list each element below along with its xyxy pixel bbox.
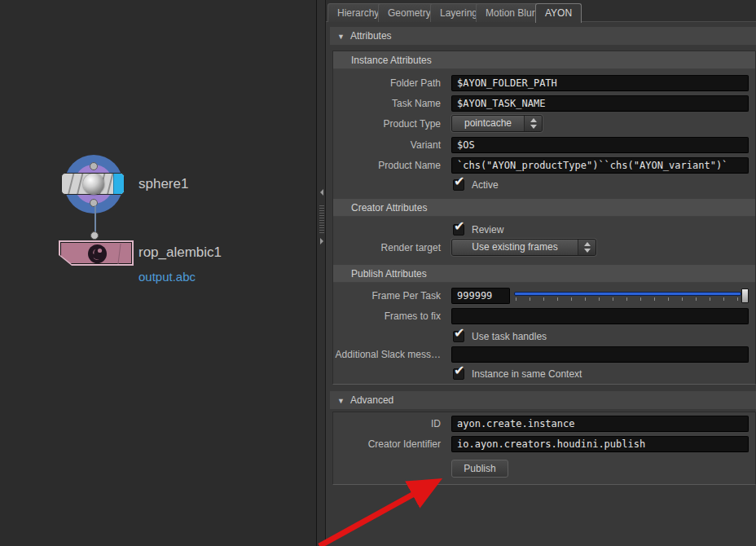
network-editor-pane[interactable]: sphere1 rop_alembic1 output.abc xyxy=(0,0,317,546)
rop-node-slash xyxy=(117,244,121,264)
rop-output-filename[interactable]: output.abc xyxy=(138,270,196,284)
id-label: ID xyxy=(333,416,441,432)
review-checkbox[interactable]: ✔ xyxy=(453,224,464,236)
node-connection-wire xyxy=(94,205,96,235)
instance-same-context-row[interactable]: ✔ Instance in same Context xyxy=(453,368,582,380)
tab-motion-blur[interactable]: Motion Blur xyxy=(476,3,545,22)
instance-same-context-label: Instance in same Context xyxy=(472,368,582,380)
rop-alembic-node-body xyxy=(60,242,132,264)
spinner-down-icon xyxy=(584,249,591,253)
attributes-section-header[interactable]: ▼Attributes xyxy=(330,27,756,45)
render-target-label: Render target xyxy=(333,240,441,256)
slider-track xyxy=(514,292,741,296)
creator-identifier-label: Creator Identifier xyxy=(333,436,441,452)
spinner-down-icon xyxy=(530,125,537,129)
review-checkbox-row[interactable]: ✔ Review xyxy=(453,223,503,236)
variant-input[interactable] xyxy=(451,137,749,153)
alembic-logo-icon xyxy=(87,244,108,264)
attributes-group-box: Instance Attributes Folder Path Task Nam… xyxy=(332,51,756,385)
publish-attributes-bar: Publish Attributes xyxy=(333,265,755,283)
sphere-output-connector[interactable] xyxy=(90,199,98,207)
advanced-group-box: ID Creator Identifier Publish xyxy=(332,412,756,485)
product-type-dropdown[interactable]: pointcache xyxy=(451,115,543,132)
dropdown-spinner-icon[interactable] xyxy=(524,116,542,131)
instance-attributes-bar: Instance Attributes xyxy=(333,51,755,69)
product-type-label: Product Type xyxy=(333,116,441,132)
review-label: Review xyxy=(472,224,503,236)
pane-splitter[interactable] xyxy=(316,0,326,546)
publish-button[interactable]: Publish xyxy=(451,460,508,478)
node-bar-slash xyxy=(68,174,75,195)
splitter-grip-handle[interactable] xyxy=(319,204,324,233)
sphere-input-connector[interactable] xyxy=(90,162,98,170)
variant-label: Variant xyxy=(333,137,441,153)
collapse-triangle-icon[interactable]: ▼ xyxy=(337,392,345,410)
splitter-collapse-left-icon[interactable] xyxy=(320,189,323,196)
sphere-node-label: sphere1 xyxy=(138,176,188,192)
checkmark-icon: ✔ xyxy=(454,174,464,189)
instance-same-context-checkbox[interactable]: ✔ xyxy=(453,368,464,380)
houdini-window: sphere1 rop_alembic1 output.abc Hierarch… xyxy=(0,0,756,546)
task-name-label: Task Name xyxy=(333,95,441,112)
slider-ticks xyxy=(516,297,740,301)
display-flag[interactable] xyxy=(113,174,124,194)
active-checkbox-row[interactable]: ✔ Active xyxy=(453,178,499,191)
attributes-section-label: Attributes xyxy=(350,30,392,42)
splitter-collapse-right-icon[interactable] xyxy=(320,238,323,244)
checkmark-icon: ✔ xyxy=(454,363,464,378)
folder-path-label: Folder Path xyxy=(333,75,441,91)
product-name-input[interactable] xyxy=(451,157,749,174)
frames-to-fix-label: Frames to fix xyxy=(333,308,441,324)
dropdown-spinner-icon[interactable] xyxy=(578,240,596,255)
task-name-input[interactable] xyxy=(451,95,749,112)
additional-slack-input[interactable] xyxy=(451,346,749,363)
rop-alembic-node[interactable] xyxy=(59,240,134,266)
frame-per-task-label: Frame Per Task xyxy=(333,288,441,304)
product-name-label: Product Name xyxy=(333,157,441,174)
id-input[interactable] xyxy=(451,416,749,432)
slider-handle[interactable] xyxy=(741,288,749,303)
additional-slack-label: Additional Slack mess… xyxy=(333,346,441,363)
creator-identifier-input[interactable] xyxy=(451,436,749,452)
use-task-handles-checkbox[interactable]: ✔ xyxy=(453,331,464,342)
product-type-value: pointcache xyxy=(452,116,524,131)
checkmark-icon: ✔ xyxy=(454,218,464,234)
folder-path-input[interactable] xyxy=(451,75,749,91)
use-task-handles-label: Use task handles xyxy=(472,331,547,342)
creator-attributes-bar: Creator Attributes xyxy=(333,199,755,217)
collapse-triangle-icon[interactable]: ▼ xyxy=(337,28,345,46)
parameter-tab-bar: Hierarchy Geometry Layering Motion Blur … xyxy=(326,0,756,22)
sphere-node-icon xyxy=(83,174,104,195)
tab-ayon[interactable]: AYON xyxy=(535,3,582,23)
render-target-value: Use existing frames (local) xyxy=(452,240,578,255)
advanced-section-label: Advanced xyxy=(350,394,393,406)
frames-to-fix-input[interactable] xyxy=(451,308,749,324)
checkmark-icon: ✔ xyxy=(454,325,464,341)
rop-node-label: rop_alembic1 xyxy=(138,244,222,261)
use-task-handles-row[interactable]: ✔ Use task handles xyxy=(453,330,547,342)
spinner-up-icon xyxy=(530,118,537,122)
rop-input-connector[interactable] xyxy=(90,231,99,240)
spinner-up-icon xyxy=(584,242,591,246)
parameter-pane: Hierarchy Geometry Layering Motion Blur … xyxy=(326,0,756,546)
active-checkbox[interactable]: ✔ xyxy=(453,179,464,191)
active-label: Active xyxy=(472,179,499,191)
advanced-section-header[interactable]: ▼Advanced xyxy=(330,391,756,409)
render-target-dropdown[interactable]: Use existing frames (local) xyxy=(451,239,596,256)
frame-per-task-slider[interactable] xyxy=(514,288,749,304)
frame-per-task-input[interactable] xyxy=(451,288,510,304)
